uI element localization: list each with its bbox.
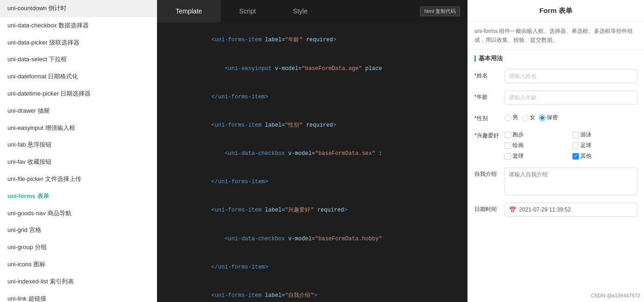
code-line-9: </uni-forms-item>: [157, 253, 467, 281]
name-input[interactable]: [505, 69, 637, 83]
main-content: Template Script Style html 复制代码 <uni-for…: [157, 0, 467, 302]
radio-female-circle: [522, 115, 528, 121]
sidebar-item-uni-goods-nav[interactable]: uni-goods-nav 商品导航: [0, 205, 157, 222]
code-line-1: <uni-forms-item label="年龄" required>: [157, 26, 467, 54]
hobby-painting[interactable]: 绘画: [505, 141, 570, 149]
tab-style[interactable]: Style: [275, 0, 326, 22]
code-line-5: <uni-data-checkbox v-model="baseFormData…: [157, 140, 467, 168]
sidebar-item-uni-fab[interactable]: uni-fab 悬浮按钮: [0, 136, 157, 154]
sidebar-item-uni-icons[interactable]: uni-icons 图标: [0, 256, 157, 273]
code-editor[interactable]: <uni-forms-item label="年龄" required> <un…: [157, 22, 467, 302]
radio-secret-circle: [539, 115, 545, 121]
code-line-4: <uni-forms-item label="性别" required>: [157, 111, 467, 140]
form-row-date: 日期时间 📅 2021-07-29 11:39:52: [468, 199, 644, 220]
hobby-football[interactable]: 足球: [572, 141, 637, 149]
sidebar-item-uni-dateformat[interactable]: uni-dateformat 日期格式化: [0, 68, 157, 85]
code-line-7: <uni-forms-item label="兴趣爱好" required>: [157, 196, 467, 225]
gender-option-male[interactable]: 男: [505, 114, 518, 122]
checkbox-painting: [505, 142, 511, 149]
code-line-2: <uni-easyinput v-model="baseFormData.age…: [157, 54, 467, 83]
watermark: CSDN @a136447572: [591, 293, 640, 298]
sidebar-item-uni-indexed-list[interactable]: uni-indexed-list 索引列表: [0, 273, 157, 290]
sidebar-item-uni-link[interactable]: uni-link 超链接: [0, 290, 157, 302]
sidebar-item-uni-easyinput[interactable]: uni-easyinput 增强输入框: [0, 120, 157, 137]
panel-description: uni-forms 组件一般由输入框、选择器、单选框、多选框等控件组成，用以收集…: [468, 22, 644, 50]
radio-male-circle: [505, 115, 511, 121]
checkbox-other: ✓: [572, 153, 579, 160]
sidebar-item-uni-data-checkbox[interactable]: uni-data-checkbox 数据选择器: [0, 17, 157, 34]
sidebar-item-uni-forms[interactable]: uni-forms 表单: [0, 188, 157, 205]
form-row-hobby: 兴趣爱好 跑步 游泳 绘画 足球 篮球 ✓: [468, 126, 644, 164]
sidebar-item-uni-drawer[interactable]: uni-drawer 抽屉: [0, 103, 157, 120]
form-row-name: 姓名: [468, 65, 644, 87]
sidebar-item-uni-group[interactable]: uni-group 分组: [0, 239, 157, 256]
form-row-intro: 自我介绍: [468, 164, 644, 199]
section-title: 基本用法: [468, 50, 644, 65]
calendar-icon: 📅: [509, 206, 516, 213]
hobby-running[interactable]: 跑步: [505, 131, 570, 139]
gender-option-female[interactable]: 女: [522, 114, 535, 122]
checkbox-swimming: [572, 132, 579, 138]
hobby-basketball[interactable]: 篮球: [505, 152, 570, 160]
intro-textarea[interactable]: [505, 167, 637, 195]
gender-label: 性别: [474, 112, 500, 122]
copy-code-button[interactable]: html 复制代码: [420, 6, 460, 16]
checkbox-football: [572, 142, 579, 149]
hobby-swimming[interactable]: 游泳: [572, 131, 637, 139]
age-label: 年龄: [474, 90, 500, 101]
hobby-checkbox-group: 跑步 游泳 绘画 足球 篮球 ✓ 其他: [505, 130, 637, 160]
sidebar-item-uni-data-picker[interactable]: uni-data-picker 级联选择器: [0, 34, 157, 51]
name-label: 姓名: [474, 69, 500, 80]
form-row-gender: 性别 男 女 保密: [468, 108, 644, 126]
tab-script[interactable]: Script: [221, 0, 275, 22]
hobby-other[interactable]: ✓ 其他: [572, 152, 637, 160]
code-line-6: </uni-forms-item>: [157, 168, 467, 196]
code-line-3: </uni-forms-item>: [157, 83, 467, 111]
checkbox-running: [505, 132, 511, 138]
code-line-10: <uni-forms-item label="自我介绍">: [157, 282, 467, 302]
checkbox-basketball: [505, 153, 511, 160]
right-panel: Form 表单 uni-forms 组件一般由输入框、选择器、单选框、多选框等控…: [467, 0, 644, 302]
panel-title: Form 表单: [468, 0, 644, 22]
date-value: 2021-07-29 11:39:52: [519, 206, 571, 213]
date-picker[interactable]: 📅 2021-07-29 11:39:52: [505, 203, 637, 217]
hobby-label: 兴趣爱好: [474, 130, 500, 140]
sidebar-item-uni-fav[interactable]: uni-fav 收藏按钮: [0, 154, 157, 171]
age-input[interactable]: [505, 90, 637, 104]
sidebar: uni-countdown 倒计时 uni-data-checkbox 数据选择…: [0, 0, 157, 302]
code-line-8: <uni-data-checkbox v-model="baseFormData…: [157, 225, 467, 253]
sidebar-item-uni-datetime-picker[interactable]: uni-datetime-picker 日期选择器: [0, 85, 157, 103]
gender-radio-group: 男 女 保密: [505, 112, 637, 122]
tab-template[interactable]: Template: [157, 0, 221, 22]
sidebar-item-uni-data-select[interactable]: uni-data-select 下拉框: [0, 51, 157, 68]
sidebar-item-uni-grid[interactable]: uni-grid 宫格: [0, 222, 157, 239]
gender-option-secret[interactable]: 保密: [539, 114, 558, 122]
form-row-age: 年龄: [468, 87, 644, 108]
tab-bar: Template Script Style html 复制代码: [157, 0, 467, 22]
sidebar-item-uni-file-picker[interactable]: uni-file-picker 文件选择上传: [0, 171, 157, 188]
sidebar-item-uni-countdown[interactable]: uni-countdown 倒计时: [0, 0, 157, 17]
date-label: 日期时间: [474, 203, 500, 213]
intro-label: 自我介绍: [474, 167, 500, 178]
